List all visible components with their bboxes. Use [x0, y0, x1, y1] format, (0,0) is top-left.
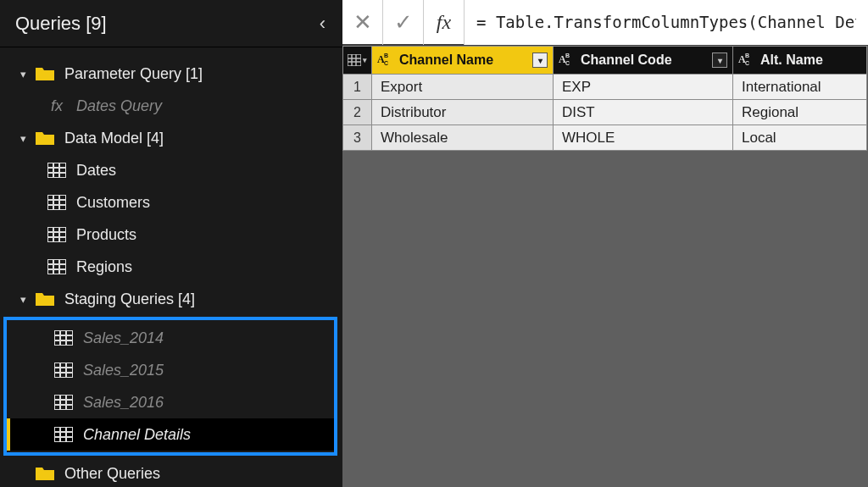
tree-item-label: Sales_2014: [83, 329, 164, 347]
tree-item-dates-query[interactable]: fx Dates Query: [0, 90, 342, 122]
fx-button[interactable]: fx: [424, 0, 465, 45]
formula-cancel-button[interactable]: ✕: [342, 0, 383, 45]
table-icon: [348, 54, 361, 66]
cell-alt-name[interactable]: Local: [733, 125, 867, 151]
tree-item-label: Products: [76, 226, 136, 244]
svg-rect-5: [47, 195, 66, 210]
tree-item-dates[interactable]: Dates: [0, 154, 342, 186]
tree-item-label: Sales_2015: [83, 362, 164, 379]
text-type-icon: ABC: [559, 51, 576, 69]
tree-item-label: Customers: [76, 194, 150, 212]
queries-panel-title: Queries [9]: [15, 13, 107, 35]
cell-channel-name[interactable]: Export: [372, 75, 554, 100]
highlighted-group: Sales_2014 Sales_2015 Sales_2016: [3, 317, 337, 456]
svg-rect-40: [348, 54, 361, 66]
tree-group-data-model[interactable]: ▾ Data Model [4]: [0, 122, 342, 154]
table-row[interactable]: 3 Wholesale WHOLE Local: [343, 125, 867, 151]
cell-channel-name[interactable]: Wholesale: [372, 125, 554, 151]
column-header-channel-code[interactable]: ABC Channel Code ▾: [554, 47, 733, 75]
cell-alt-name[interactable]: Regional: [733, 100, 867, 125]
svg-text:C: C: [745, 60, 749, 66]
table-icon: [53, 362, 75, 378]
folder-icon: [34, 65, 56, 82]
svg-rect-25: [54, 362, 73, 378]
app-root: Queries [9] ‹ ▾ Parameter Query [1] fx D…: [0, 0, 868, 487]
text-type-icon: ABC: [738, 51, 755, 69]
column-filter-button[interactable]: ▾: [532, 53, 548, 68]
table-icon: [46, 227, 68, 242]
table-row[interactable]: 2 Distributor DIST Regional: [343, 100, 867, 125]
svg-rect-35: [54, 427, 73, 442]
tree-item-customers[interactable]: Customers: [0, 186, 342, 219]
svg-text:C: C: [384, 60, 388, 66]
tree-group-parameter-query[interactable]: ▾ Parameter Query [1]: [0, 58, 342, 90]
table-icon: [53, 395, 75, 410]
tree-item-sales-2015[interactable]: Sales_2015: [7, 354, 334, 386]
tree-item-sales-2016[interactable]: Sales_2016: [7, 386, 334, 418]
table-row[interactable]: 1 Export EXP International: [343, 75, 867, 100]
svg-rect-10: [47, 227, 66, 242]
expand-triangle-icon[interactable]: ▾: [17, 68, 29, 80]
row-number[interactable]: 1: [343, 75, 372, 100]
svg-text:B: B: [565, 53, 570, 58]
folder-icon: [34, 130, 56, 147]
tree-item-label: Channel Details: [83, 426, 191, 444]
expand-triangle-icon[interactable]: ▾: [17, 293, 29, 306]
tree-item-label: Regions: [76, 258, 132, 276]
column-header-label: Alt. Name: [760, 53, 861, 68]
cell-channel-code[interactable]: WHOLE: [554, 125, 733, 151]
text-type-icon: ABC: [377, 51, 394, 69]
tree-item-products[interactable]: Products: [0, 219, 342, 251]
column-header-label: Channel Code: [581, 53, 707, 68]
cell-channel-code[interactable]: EXP: [554, 75, 733, 100]
queries-panel-header: Queries [9] ‹: [0, 0, 342, 47]
table-icon: [46, 259, 68, 274]
tree-group-staging-queries[interactable]: ▾ Staging Queries [4]: [0, 283, 342, 315]
svg-rect-15: [47, 259, 66, 274]
cell-channel-code[interactable]: DIST: [554, 100, 733, 125]
tree-item-regions[interactable]: Regions: [0, 251, 342, 283]
tree-item-sales-2014[interactable]: Sales_2014: [7, 322, 334, 354]
column-header-alt-name[interactable]: ABC Alt. Name: [733, 47, 867, 75]
row-number[interactable]: 2: [343, 100, 372, 125]
folder-icon: [34, 465, 56, 482]
svg-text:B: B: [745, 53, 749, 58]
svg-rect-30: [54, 395, 73, 410]
formula-bar: ✕ ✓ fx: [342, 0, 868, 46]
svg-text:C: C: [565, 60, 570, 66]
expand-triangle-icon[interactable]: [17, 468, 29, 480]
column-header-label: Channel Name: [399, 53, 527, 68]
table-icon: [53, 330, 75, 346]
expand-triangle-icon[interactable]: ▾: [17, 132, 29, 145]
tree-item-label: Dates Query: [76, 97, 162, 115]
formula-commit-button[interactable]: ✓: [383, 0, 424, 45]
table-icon: [53, 427, 75, 442]
svg-rect-0: [47, 163, 66, 178]
folder-icon: [34, 291, 56, 307]
column-filter-button[interactable]: ▾: [712, 53, 727, 68]
column-header-channel-name[interactable]: ABC Channel Name ▾: [372, 47, 554, 75]
cell-alt-name[interactable]: International: [733, 75, 867, 100]
chevron-down-icon: ▾: [363, 56, 367, 64]
tree-group-label: Other Queries: [64, 465, 160, 483]
table-icon: [46, 195, 68, 210]
formula-input[interactable]: [465, 0, 868, 45]
collapse-panel-button[interactable]: ‹: [314, 13, 331, 35]
tree-item-label: Dates: [76, 162, 116, 180]
table-icon: [46, 163, 68, 178]
editor-content: ✕ ✓ fx ▾: [342, 0, 868, 487]
svg-text:B: B: [384, 53, 388, 58]
tree-item-label: Sales_2016: [83, 394, 164, 412]
queries-panel: Queries [9] ‹ ▾ Parameter Query [1] fx D…: [0, 0, 342, 487]
tree-group-label: Staging Queries [4]: [64, 291, 195, 308]
svg-rect-20: [54, 330, 73, 346]
row-number[interactable]: 3: [343, 125, 372, 151]
cell-channel-name[interactable]: Distributor: [372, 100, 554, 125]
fx-icon: fx: [46, 97, 68, 115]
tree-group-other-queries[interactable]: Other Queries: [0, 457, 342, 487]
data-grid: ▾ ABC Channel Name ▾: [342, 46, 868, 151]
tree-group-label: Parameter Query [1]: [64, 65, 203, 83]
grid-corner-select-all[interactable]: ▾: [343, 47, 372, 75]
tree-item-channel-details[interactable]: Channel Details: [7, 418, 334, 451]
queries-tree: ▾ Parameter Query [1] fx Dates Query ▾ D…: [0, 47, 342, 487]
